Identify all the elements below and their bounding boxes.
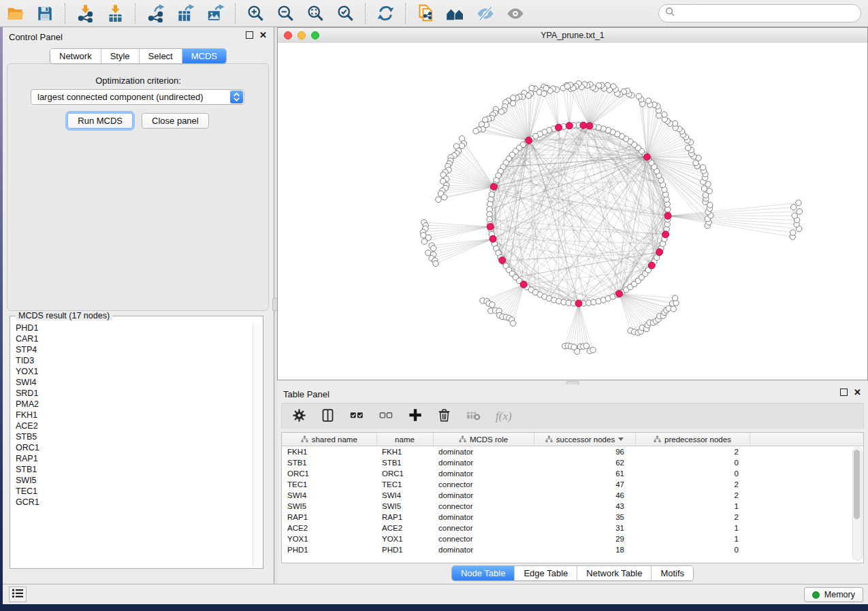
save-session-button[interactable] [35,3,55,24]
table-cell[interactable]: 62 [534,457,635,468]
optimization-criterion-select[interactable]: largest connected component (undirected) [31,89,244,105]
table-row[interactable]: FKH1FKH1dominator962 [282,446,863,458]
table-row[interactable]: SWI5SWI5connector431 [282,501,863,512]
table-cell[interactable]: 2 [635,490,750,501]
table-cell[interactable]: YOX1 [376,533,433,544]
mcds-result-item[interactable]: GCR1 [16,497,252,508]
table-cell[interactable]: dominator [433,468,534,479]
mcds-result-item[interactable]: STB1 [16,464,252,475]
table-row[interactable]: RAP1RAP1dominator352 [282,512,863,523]
table-cell[interactable]: 29 [534,533,635,544]
mcds-result-item[interactable]: ORC1 [16,442,252,453]
table-cell[interactable]: SWI4 [376,490,433,501]
table-cell[interactable]: ORC1 [282,468,376,479]
table-cell[interactable]: 31 [534,523,635,533]
export-image-button[interactable] [205,3,225,24]
table-row[interactable]: ORC1ORC1dominator610 [282,468,863,479]
close-panel-icon[interactable]: ✕ [854,389,861,396]
mcds-result-item[interactable]: YOX1 [16,366,252,377]
leaf-nodes[interactable] [420,81,802,354]
tab-node-table[interactable]: Node Table [452,566,515,580]
table-scrollbar-thumb[interactable] [854,450,860,519]
mcds-node[interactable] [580,122,587,129]
column-header[interactable]: shared name [282,433,376,446]
table-cell[interactable]: PHD1 [376,544,433,555]
tab-motifs[interactable]: Motifs [652,566,693,580]
column-header[interactable]: name [376,433,433,446]
table-cell[interactable]: dominator [433,512,534,523]
export-table-button[interactable] [175,3,195,24]
table-cell[interactable]: 47 [534,479,635,490]
table-cell[interactable]: ACE2 [376,523,433,533]
zoom-out-button[interactable] [275,3,295,24]
toggle-columns-button[interactable] [321,408,335,425]
mcds-result-item[interactable]: PMA2 [16,399,252,410]
mcds-result-item[interactable]: TID3 [16,355,252,366]
table-cell[interactable]: 43 [534,501,635,512]
table-cell[interactable]: dominator [433,457,534,468]
table-row[interactable]: TEC1TEC1connector472 [282,479,863,490]
table-cell[interactable]: connector [433,523,534,533]
table-row[interactable]: ACE2ACE2connector311 [282,523,863,533]
table-cell[interactable]: 35 [534,512,635,523]
table-cell[interactable]: 2 [635,512,750,523]
table-cell[interactable]: dominator [433,446,534,458]
mcds-result-item[interactable]: STP4 [16,344,252,355]
table-cell[interactable]: TEC1 [282,479,376,490]
mcds-result-item[interactable]: ACE2 [16,420,252,431]
mcds-result-item[interactable]: PHD1 [16,323,252,333]
mcds-node[interactable] [664,212,671,219]
tab-network-table[interactable]: Network Table [577,566,652,580]
mcds-node[interactable] [586,122,593,129]
table-cell[interactable]: FKH1 [376,446,433,458]
mcds-node[interactable] [490,184,497,191]
select-all-rows-button[interactable] [349,408,364,425]
table-cell[interactable]: 0 [635,544,750,555]
mcds-node[interactable] [489,235,496,242]
table-cell[interactable]: connector [433,501,534,512]
table-cell[interactable]: SWI5 [376,501,433,512]
table-row[interactable]: YOX1YOX1connector291 [282,533,863,544]
table-cell[interactable]: 1 [635,501,750,512]
export-network-button[interactable] [145,3,165,24]
table-cell[interactable]: 1 [635,533,750,544]
table-cell[interactable]: 0 [635,457,750,468]
network-canvas[interactable] [278,43,867,380]
first-neighbors-button[interactable] [445,3,466,24]
tab-edge-table[interactable]: Edge Table [515,566,577,580]
show-all-button[interactable] [505,3,526,24]
mcds-node[interactable] [556,124,562,131]
table-cell[interactable]: 2 [635,446,750,458]
network-graph[interactable] [278,43,867,380]
mcds-node[interactable] [575,300,582,307]
table-cell[interactable]: SWI5 [282,501,376,512]
mcds-node[interactable] [656,248,663,255]
mcds-node[interactable] [662,231,669,238]
mcds-result-item[interactable]: CAR1 [16,333,252,344]
column-header[interactable]: predecessor nodes [635,433,750,446]
mcds-result-item[interactable]: RAP1 [16,453,252,464]
mcds-node[interactable] [648,262,655,269]
table-cell[interactable]: 18 [534,544,635,555]
clone-network-button[interactable] [415,3,436,24]
table-cell[interactable]: RAP1 [376,512,433,523]
table-cell[interactable]: TEC1 [376,479,433,490]
hide-selected-button[interactable] [475,3,496,24]
table-cell[interactable]: YOX1 [282,533,376,544]
tab-network[interactable]: Network [50,49,101,63]
table-cell[interactable]: 61 [534,468,635,479]
table-cell[interactable]: STB1 [376,457,433,468]
table-cell[interactable]: STB1 [282,457,376,468]
table-scrollbar[interactable] [852,447,863,561]
tab-style[interactable]: Style [101,49,140,63]
open-session-button[interactable] [5,3,25,24]
mcds-result-item[interactable]: SRD1 [16,388,252,399]
zoom-fit-button[interactable] [305,3,325,24]
close-panel-button[interactable]: Close panel [142,113,209,129]
table-row[interactable]: PHD1PHD1dominator180 [282,544,863,555]
tab-mcds[interactable]: MCDS [182,49,226,63]
memory-button[interactable]: Memory [804,587,863,602]
mcds-node[interactable] [616,291,623,297]
table-cell[interactable]: PHD1 [282,544,376,555]
tab-select[interactable]: Select [140,49,182,63]
